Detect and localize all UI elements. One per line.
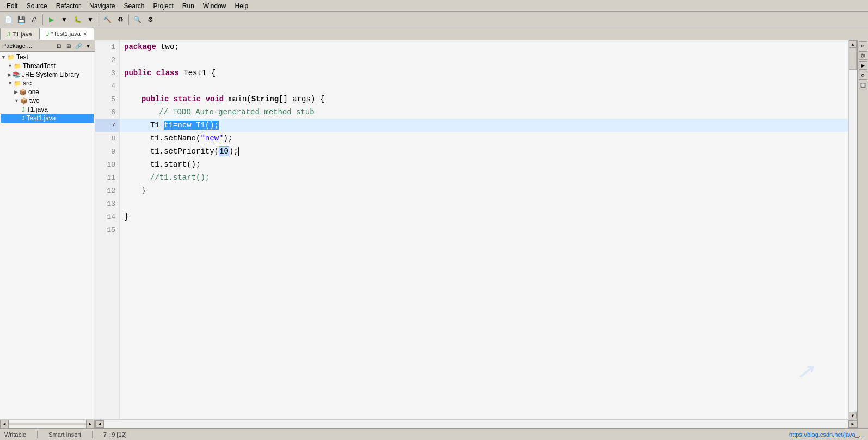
sidebar-expand-btn[interactable]: ⊞: [64, 41, 73, 50]
line-num-15: 15: [95, 223, 119, 236]
tree-item-test1java[interactable]: J Test1.java: [1, 114, 94, 123]
scroll-up-btn[interactable]: ▲: [849, 40, 857, 48]
num-10: 10: [219, 146, 229, 156]
build-btn[interactable]: 🔨: [101, 14, 113, 26]
scroll-thumb[interactable]: [849, 48, 857, 70]
kw-static: static: [174, 95, 201, 103]
close-brace-class: }: [124, 212, 128, 221]
right-btn-1[interactable]: B: [859, 41, 867, 50]
tree-item-threadtest[interactable]: ▼ 📁 ThreadTest: [1, 62, 94, 70]
run-dropdown[interactable]: ▼: [58, 14, 70, 26]
sidebar-menu-btn[interactable]: ▼: [84, 41, 93, 50]
scroll-track: [849, 48, 857, 412]
right-btn-2[interactable]: 加: [859, 51, 867, 60]
sidebar-collapse-btn[interactable]: ⊡: [54, 41, 63, 50]
menu-window[interactable]: Window: [199, 2, 231, 10]
code-line-8: t1.setName("new");: [120, 132, 848, 145]
todo-comment: // TODO Auto-generated method stub: [159, 108, 315, 117]
debug-dropdown[interactable]: ▼: [84, 14, 96, 26]
tree-icon-one: 📦: [19, 89, 27, 96]
tree-arrow-jre: ▶: [8, 72, 11, 77]
tree-arrow-test: ▼: [1, 54, 6, 60]
right-panel: B 加 ▶ ⚙ 🔲: [857, 40, 868, 428]
tree-label-one: one: [28, 88, 39, 96]
vertical-scrollbar[interactable]: ▲ ▼: [848, 40, 857, 419]
search-btn[interactable]: 🔍: [131, 14, 143, 26]
code-line-12: }: [120, 184, 848, 197]
status-sep-1: [37, 431, 38, 438]
line-num-2: 2: [95, 53, 119, 66]
str-new: "new": [200, 134, 223, 143]
sidebar-header: Package ... ⊡ ⊞ 🔗 ▼: [0, 40, 95, 52]
code-content[interactable]: package two; public class Test1 { public…: [120, 40, 848, 419]
run-btn[interactable]: ▶: [45, 14, 57, 26]
tree-item-one[interactable]: ▶ 📦 one: [1, 88, 94, 96]
setname-end: );: [223, 134, 232, 143]
line-num-5: 5: [95, 93, 119, 106]
horizontal-scrollbar[interactable]: ◀ ▶: [95, 419, 857, 428]
setpriority-end: );: [229, 147, 238, 156]
code-line-4: [120, 80, 848, 93]
save-btn[interactable]: 💾: [15, 14, 27, 26]
tree-label-t1java: T1.java: [27, 106, 48, 113]
tree-icon-threadtest: 📁: [14, 63, 21, 70]
sidebar-tools: ⊡ ⊞ 🔗 ▼: [54, 41, 93, 50]
menu-help[interactable]: Help: [231, 2, 253, 10]
print-btn[interactable]: 🖨: [28, 14, 40, 26]
code-editor[interactable]: 1 2 3 4 5 6 7 8 9 10 11 12 13 14 15 pa: [95, 40, 857, 419]
comment-start: //t1.start();: [150, 173, 210, 182]
line-num-7: 7: [95, 119, 119, 132]
right-btn-5[interactable]: 🔲: [859, 81, 867, 89]
class-name: Test1 {: [183, 69, 216, 77]
menu-source[interactable]: Source: [22, 2, 52, 10]
menu-refactor[interactable]: Refactor: [52, 2, 85, 10]
clean-btn[interactable]: ♻: [114, 14, 126, 26]
sidebar: Package ... ⊡ ⊞ 🔗 ▼ ▼ 📁 Test ▼ 📁 ThreadT: [0, 40, 95, 428]
setname-call: t1.setName(: [150, 134, 200, 143]
menu-navigate[interactable]: Navigate: [85, 2, 119, 10]
code-line-3: public class Test1 {: [120, 66, 848, 80]
tree-item-src[interactable]: ▼ 📁 src: [1, 79, 94, 88]
menu-edit[interactable]: Edit: [2, 2, 22, 10]
status-url: https://blog.csdn.net/java_...: [789, 431, 864, 438]
new-btn[interactable]: 📄: [2, 14, 14, 26]
line-num-12: 12: [95, 184, 119, 197]
tab-test1java[interactable]: J *Test1.java ✕: [39, 28, 94, 40]
settings-btn[interactable]: ⚙: [144, 14, 156, 26]
editor-wrapper: 1 2 3 4 5 6 7 8 9 10 11 12 13 14 15 pa: [95, 40, 857, 428]
tab-test1java-icon: J: [46, 30, 50, 37]
code-line-13: [120, 197, 848, 210]
tree-item-t1java[interactable]: J T1.java: [1, 105, 94, 114]
tree-item-two[interactable]: ▼ 📦 two: [1, 96, 94, 105]
tree-item-test[interactable]: ▼ 📁 Test: [1, 53, 94, 62]
tree-label-src: src: [23, 80, 32, 87]
debug-btn[interactable]: 🐛: [71, 14, 83, 26]
tree-item-jre[interactable]: ▶ 📚 JRE System Library: [1, 70, 94, 79]
tab-t1java-icon: J: [7, 31, 10, 38]
tab-t1java[interactable]: J T1.java: [0, 28, 39, 40]
scroll-right-btn[interactable]: ▶: [848, 420, 857, 428]
tree-icon-jre: 📚: [13, 71, 20, 78]
menu-project[interactable]: Project: [149, 2, 177, 10]
menu-search[interactable]: Search: [119, 2, 149, 10]
tree-arrow-src: ▼: [8, 81, 13, 86]
right-btn-4[interactable]: ⚙: [859, 71, 867, 80]
sidebar-link-btn[interactable]: 🔗: [74, 41, 83, 50]
status-bar: Writable Smart Insert 7 : 9 [12] https:/…: [0, 428, 868, 440]
menu-run[interactable]: Run: [178, 2, 199, 10]
toolbar: 📄 💾 🖨 ▶ ▼ 🐛 ▼ 🔨 ♻ 🔍 ⚙: [0, 12, 868, 27]
scroll-down-btn[interactable]: ▼: [849, 412, 857, 419]
right-btn-3[interactable]: ▶: [859, 61, 867, 70]
sidebar-scroll-left[interactable]: ◀: [0, 420, 9, 429]
code-line-2: [120, 53, 848, 66]
tab-bar: J T1.java J *Test1.java ✕: [0, 27, 868, 40]
start-call: t1.start();: [150, 160, 200, 169]
line-num-9: 9: [95, 145, 119, 158]
line-num-8: 8: [95, 132, 119, 145]
scroll-left-btn[interactable]: ◀: [95, 420, 104, 428]
sidebar-scroll-right[interactable]: ▶: [86, 420, 95, 429]
tab-test1java-close[interactable]: ✕: [83, 31, 87, 37]
code-line-6: // TODO Auto-generated method stub: [120, 106, 848, 119]
status-insert: Smart Insert: [48, 431, 81, 438]
main-sig2: [] args) {: [279, 95, 324, 103]
